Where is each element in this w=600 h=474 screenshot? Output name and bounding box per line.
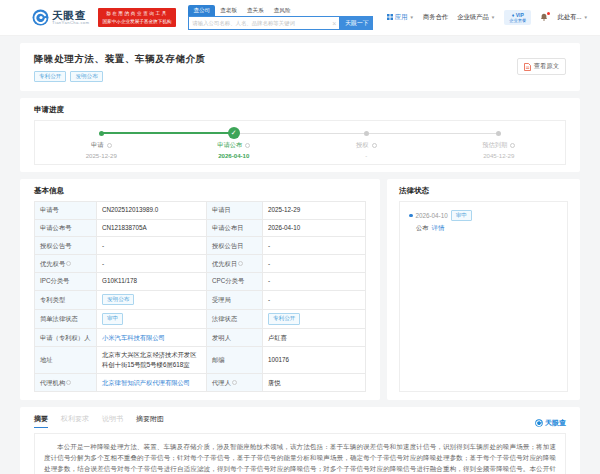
abstract-text-box: 本公开是一种降噪处理方法、装置、车辆及存储介质，涉及智能座舱技术领域，该方法包括… (34, 433, 566, 474)
table-row: 申请公布号CN121838705A申请公布日2026-04-10 (35, 219, 366, 237)
table-row: 简单法律状态审中法律状态专利公开 (35, 309, 366, 328)
field-label: 简单法律状态 (35, 309, 97, 328)
field-value: CN202512013989.0 (97, 201, 207, 219)
info-icon[interactable] (372, 143, 377, 148)
clear-search-icon[interactable]: × (329, 20, 339, 27)
promo-banner: 都在用的商业查询工具 国家中小企业发展子基金旗下机构 (98, 8, 177, 27)
status-tag: 专利公开 (268, 313, 300, 324)
field-label: CPC分类号 (207, 272, 263, 290)
value-text: 北京市大兴区北京经济技术开发区科创十街15号院5号楼6层618室 (102, 351, 196, 368)
field-label: 专利类型 (35, 290, 97, 309)
abstract-text: 本公开是一种降噪处理方法、装置、车辆及存储介质，涉及智能座舱技术领域，该方法包括… (44, 441, 556, 474)
value-text: G10K11/178 (102, 277, 137, 284)
legal-detail-link[interactable]: 详情 (432, 224, 445, 231)
check-circle-icon: ✓ (228, 127, 240, 139)
patent-detail-page: 降噪处理方法、装置、车辆及存储介质 专利公开发明公布 查看原文 申请进度 申请2… (0, 43, 600, 474)
vip-product-label: 企业套餐 (509, 18, 526, 23)
table-row: 地址北京市大兴区北京经济技术开发区科创十街15号院5号楼6层618室邮编1001… (35, 346, 366, 374)
tianyancha-logo[interactable]: 天眼查 TianYanCha.com (32, 9, 90, 26)
top-navbar: 天眼查 TianYanCha.com 都在用的商业查询工具 国家中小企业发展子基… (0, 0, 600, 36)
section-title-basic-info: 基本信息 (34, 186, 366, 196)
section-title-progress: 申请进度 (34, 105, 566, 115)
search-input[interactable] (189, 20, 329, 26)
field-label: 申请公布号 (35, 219, 97, 237)
value-text: - (268, 296, 270, 303)
logo-domain-text: TianYanCha.com (52, 21, 90, 25)
document-tab[interactable]: 摘要附图 (136, 414, 164, 428)
app-grid-icon (387, 14, 393, 20)
user-menu[interactable]: 此处有... ▼ (557, 13, 588, 22)
field-value: 2025-12-29 (263, 201, 366, 219)
legal-status-item: 2026-04-10审中公布详情 (409, 210, 558, 233)
field-value: 北京市大兴区北京经济技术开发区科创十街15号院5号楼6层618室 (97, 346, 207, 374)
info-icon[interactable] (107, 143, 112, 148)
chevron-down-icon: ▼ (584, 15, 588, 20)
value-text: - (268, 242, 270, 249)
watermark-label: 天眼查 (545, 418, 566, 428)
search-tab[interactable]: 查公司 (188, 5, 215, 16)
search-tab[interactable]: 查关系 (242, 5, 269, 16)
field-label: 邮编 (207, 346, 263, 374)
progress-step-date: 2025-12-29 (86, 152, 117, 159)
tianyancha-watermark: 天眼查 (535, 418, 566, 428)
search-tab[interactable]: 查老板 (215, 5, 242, 16)
document-tab[interactable]: 摘要 (34, 414, 48, 428)
field-value: 卢红喜 (263, 329, 366, 347)
info-icon[interactable] (66, 380, 71, 385)
field-value: - (263, 290, 366, 309)
legal-status-tag: 审中 (451, 210, 472, 221)
nav-enterprise-products[interactable]: 企业级产品 ▼ (457, 13, 495, 22)
field-value: - (263, 255, 366, 273)
entity-link[interactable]: 北京律智知识产权代理有限公司 (102, 379, 190, 386)
field-label: 申请公布日 (207, 219, 263, 237)
apps-menu-label: 应用 (395, 13, 408, 22)
document-tabs-row: 摘要权利要求说明书摘要附图 天眼查 (34, 414, 566, 428)
table-row: 授权公告号-授权公告日- (35, 237, 366, 255)
content-columns: 基本信息 申请号CN202512013989.0申请日2025-12-29申请公… (20, 179, 580, 400)
notification-bell-icon[interactable] (540, 13, 548, 21)
legal-status-list: 2026-04-10审中公布详情 (399, 201, 568, 392)
nav-enterprise-label: 企业级产品 (457, 13, 488, 22)
table-row: 专利类型发明公布受理局- (35, 290, 366, 309)
patent-status-tag: 专利公开 (34, 71, 66, 82)
value-text: CN202512013989.0 (102, 206, 158, 213)
value-text: - (102, 242, 104, 249)
field-label: 法律状态 (207, 309, 263, 328)
field-label: 授权公告号 (35, 237, 97, 255)
field-label: 受理局 (207, 290, 263, 309)
search-tab[interactable]: 查风险 (269, 5, 296, 16)
field-value: G10K11/178 (97, 272, 207, 290)
field-value: - (97, 237, 207, 255)
progress-step-label: 申请公布 (217, 141, 250, 150)
table-row: 申请（专利权）人小米汽车科技有限公司发明人卢红喜 (35, 329, 366, 347)
value-text: 唐悦 (268, 379, 281, 386)
field-value: 北京律智知识产权代理有限公司 (97, 374, 207, 392)
table-row: 代理机构北京律智知识产权代理有限公司代理人唐悦 (35, 374, 366, 392)
info-icon[interactable] (245, 143, 250, 148)
view-original-button[interactable]: 查看原文 (517, 58, 566, 75)
tianyancha-eye-icon (32, 9, 49, 26)
field-label: 代理机构 (35, 374, 97, 392)
document-tabs: 摘要权利要求说明书摘要附图 (34, 414, 164, 428)
document-tab[interactable]: 说明书 (102, 414, 123, 428)
section-title-legal-status: 法律状态 (399, 186, 568, 196)
info-icon[interactable] (232, 380, 237, 385)
legal-status-date: 2026-04-10 (416, 212, 448, 219)
status-tag: 审中 (102, 313, 123, 324)
vip-badge[interactable]: ♦ VIP 企业套餐 (504, 10, 531, 25)
field-value: - (263, 272, 366, 290)
field-value: 专利公开 (263, 309, 366, 328)
info-icon[interactable] (510, 143, 515, 148)
search-button[interactable]: 天眼一下 (340, 16, 373, 30)
document-tab[interactable]: 权利要求 (61, 414, 89, 428)
value-text: 卢红喜 (268, 334, 287, 341)
progress-step: 授权- (300, 127, 433, 159)
entity-link[interactable]: 小米汽车科技有限公司 (102, 334, 165, 341)
apps-menu[interactable]: 应用 ▼ (387, 13, 414, 22)
progress-step: ✓申请公布2026-04-10 (168, 127, 301, 159)
table-row: 申请号CN202512013989.0申请日2025-12-29 (35, 201, 366, 219)
info-icon[interactable] (238, 261, 243, 266)
nav-business-cooperation[interactable]: 商务合作 (423, 13, 448, 22)
info-icon[interactable] (66, 261, 71, 266)
watermark-eye-icon (535, 419, 543, 427)
